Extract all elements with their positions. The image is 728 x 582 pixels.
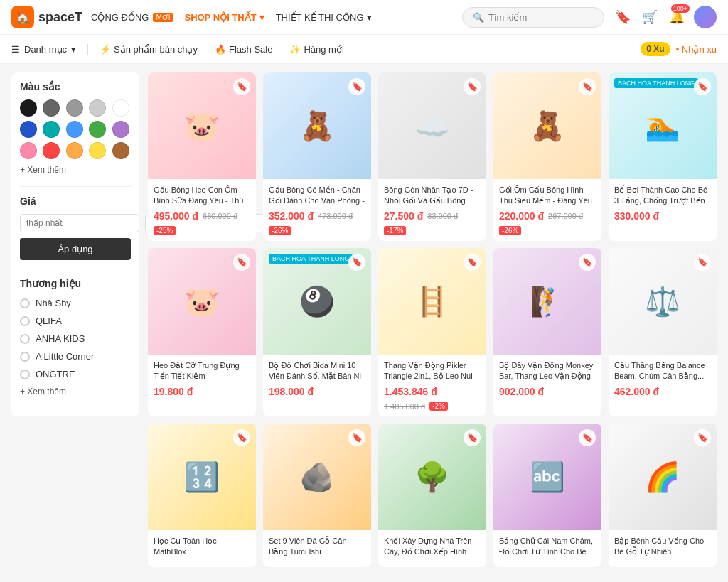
bookmark-button[interactable]: 🔖	[694, 254, 711, 271]
product-info: Cầu Thăng Bằng Balance Beam, Chùm Cân Bằ…	[609, 355, 717, 403]
brand-item-nha-shy[interactable]: Nhà Shy	[20, 298, 131, 308]
color-swatch[interactable]	[89, 142, 106, 159]
lightning-icon: ⚡	[100, 44, 111, 55]
product-image: BÁCH HOÁ THANH LONG 🎱 🔖	[263, 248, 371, 355]
product-card[interactable]: 🧗 🔖 Bộ Dây Vận Động Monkey Bar, Thang Le…	[493, 248, 601, 416]
color-swatch[interactable]	[66, 121, 83, 138]
bookmark-button[interactable]: 🔖	[233, 254, 250, 271]
nav-shop[interactable]: SHOP NỘI THẤT ▾	[185, 12, 264, 23]
sub-nav: ☰ Danh mục ▾ ⚡ Sản phẩm bán chạy 🔥 Flash…	[0, 35, 728, 64]
product-image: 🌳 🔖	[378, 424, 486, 530]
product-card[interactable]: 🧸 🔖 Gối Ôm Gấu Bông Hình Thú Siêu Mềm - …	[493, 72, 601, 241]
color-swatch[interactable]	[89, 121, 106, 138]
color-swatch[interactable]	[20, 121, 37, 138]
bookmark-icon[interactable]: 🔖	[613, 7, 633, 27]
color-swatch[interactable]	[89, 99, 106, 117]
bookmark-button[interactable]: 🔖	[464, 78, 481, 95]
product-info: Thang Vận Động Pikler Triangle 2in1, Bộ …	[378, 355, 486, 416]
brand-item-qlifa[interactable]: QLIFA	[20, 316, 131, 326]
sub-nav-flashsale[interactable]: 🔥 Flash Sale	[215, 44, 272, 55]
bookmark-button[interactable]: 🔖	[348, 254, 365, 271]
product-title: Học Cụ Toán Học MathBlox	[154, 536, 250, 559]
color-swatch[interactable]	[43, 99, 60, 117]
bookmark-button[interactable]: 🔖	[694, 78, 711, 95]
product-card[interactable]: 🔤 🔖 Bảng Chữ Cái Nam Châm, Đồ Chơi Từ Tí…	[493, 424, 601, 567]
product-title: Gối Ôm Gấu Bông Hình Thú Siêu Mềm - Đáng…	[499, 185, 596, 208]
product-image: 🪜 🔖	[378, 248, 486, 355]
product-card[interactable]: 🪨 🔖 Set 9 Viên Đá Gỗ Cân Bằng Tumi Ishi	[263, 424, 371, 567]
old-price: 1.485.000 đ	[384, 402, 425, 411]
header-icons: 🔖 🛒 🔔 100+	[613, 6, 717, 28]
discount-badge: -26%	[499, 226, 521, 235]
color-swatch[interactable]	[66, 99, 83, 117]
product-card[interactable]: BÁCH HOÁ THANH LONG 🏊 🔖 Bể Bơi Thành Cao…	[609, 72, 717, 241]
product-image: ⚖️ 🔖	[609, 248, 717, 355]
price-low-input[interactable]	[20, 214, 139, 232]
color-swatch[interactable]	[43, 121, 60, 138]
xu-area: 0 Xu • Nhận xu	[641, 42, 717, 56]
search-bar[interactable]: 🔍	[462, 7, 604, 28]
bookmark-button[interactable]: 🔖	[464, 254, 481, 271]
bookmark-button[interactable]: 🔖	[579, 429, 596, 446]
brand-see-more[interactable]: + Xem thêm	[20, 387, 131, 397]
product-emoji: 🐷	[184, 285, 220, 318]
product-info: Gối Ôm Gấu Bông Hình Thú Siêu Mềm - Đáng…	[493, 179, 601, 241]
product-card[interactable]: BÁCH HOÁ THANH LONG 🎱 🔖 Bộ Đồ Chơi Bida …	[263, 248, 371, 416]
price-row: 19.800 đ	[154, 386, 250, 397]
color-swatch[interactable]	[112, 99, 129, 117]
product-price: 1.453.846 đ	[384, 386, 437, 397]
discount-badge: -2%	[429, 402, 448, 411]
product-card[interactable]: 🌳 🔖 Khối Xây Dựng Nhà Trên Cây, Đồ Chơi …	[378, 424, 486, 567]
sub-nav-new[interactable]: ✨ Hàng mới	[289, 44, 343, 55]
sale-banner: BÁCH HOÁ THANH LONG	[269, 254, 353, 264]
bookmark-button[interactable]: 🔖	[579, 78, 596, 95]
bookmark-button[interactable]: 🔖	[233, 429, 250, 446]
products-area: 🐷 🔖 Gấu Bông Heo Con Ôm Bình Sữa Đáng Yê…	[148, 72, 717, 567]
product-emoji: 🧗	[530, 285, 565, 318]
color-swatch[interactable]	[112, 142, 129, 159]
apply-button[interactable]: Áp dụng	[20, 238, 131, 260]
bookmark-button[interactable]: 🔖	[233, 78, 250, 95]
nhan-xu-button[interactable]: • Nhận xu	[676, 44, 717, 55]
brand-item-ongtre[interactable]: ONGTRE	[20, 369, 131, 379]
categories-button[interactable]: ☰ Danh mục ▾	[11, 44, 88, 55]
avatar[interactable]	[694, 6, 717, 28]
cart-icon[interactable]: 🛒	[640, 7, 660, 27]
brand-item-anha-kids[interactable]: ANHA KIDS	[20, 333, 131, 344]
nav-community[interactable]: CỘNG ĐỒNG MỚI	[91, 12, 173, 23]
brand-item-a-little-corner[interactable]: A Little Corner	[20, 351, 131, 362]
product-title: Thang Vận Động Pikler Triangle 2in1, Bộ …	[384, 360, 481, 383]
product-title: Khối Xây Dựng Nhà Trên Cây, Đồ Chơi Xếp …	[384, 536, 481, 559]
product-image: 🌈 🔖	[609, 424, 717, 530]
price-inputs	[20, 214, 131, 232]
bookmark-button[interactable]: 🔖	[348, 78, 365, 95]
product-card[interactable]: 🌈 🔖 Bập Bênh Cầu Vồng Cho Bé Gỗ Tự Nhiên	[609, 424, 717, 567]
product-info: Bộ Đồ Chơi Bida Mini 10 Viên Đánh Số, Mặ…	[263, 355, 371, 403]
color-see-more[interactable]: + Xem thêm	[20, 165, 131, 175]
color-swatch[interactable]	[20, 142, 37, 159]
product-card[interactable]: 🐷 🔖 Gấu Bông Heo Con Ôm Bình Sữa Đáng Yê…	[148, 72, 256, 241]
product-card[interactable]: 🐷 🔖 Heo Đất Cỡ Trung Đựng Tiền Tiết Kiệm…	[148, 248, 256, 416]
sub-nav-items: ⚡ Sản phẩm bán chạy 🔥 Flash Sale ✨ Hàng …	[100, 44, 641, 55]
bookmark-button[interactable]: 🔖	[464, 429, 481, 446]
notification-icon[interactable]: 🔔 100+	[667, 7, 687, 27]
logo[interactable]: 🏠 spaceT	[11, 6, 82, 28]
product-card[interactable]: 🧸 🔖 Gấu Bông Có Mền - Chăn Gối Dành Cho …	[263, 72, 371, 241]
color-swatch[interactable]	[43, 142, 60, 159]
bookmark-button[interactable]: 🔖	[348, 429, 365, 446]
color-swatch[interactable]	[66, 142, 83, 159]
bookmark-button[interactable]: 🔖	[579, 254, 596, 271]
divider-2	[20, 269, 131, 269]
product-card[interactable]: ⚖️ 🔖 Cầu Thăng Bằng Balance Beam, Chùm C…	[609, 248, 717, 416]
search-input[interactable]	[488, 12, 588, 23]
product-card[interactable]: ☁️ 🔖 Bông Gòn Nhân Tạo 7D - Nhồi Gối Và …	[378, 72, 486, 241]
product-card[interactable]: 🪜 🔖 Thang Vận Động Pikler Triangle 2in1,…	[378, 248, 486, 416]
product-card[interactable]: 🔢 🔖 Học Cụ Toán Học MathBlox	[148, 424, 256, 567]
bookmark-button[interactable]: 🔖	[694, 429, 711, 446]
nav-design[interactable]: THIẾT KẾ THI CÔNG ▾	[276, 12, 372, 23]
color-swatch[interactable]	[20, 99, 37, 117]
sub-nav-bestseller[interactable]: ⚡ Sản phẩm bán chạy	[100, 44, 198, 55]
color-grid	[20, 99, 131, 159]
product-emoji: 🔢	[184, 460, 220, 494]
color-swatch[interactable]	[112, 121, 129, 138]
